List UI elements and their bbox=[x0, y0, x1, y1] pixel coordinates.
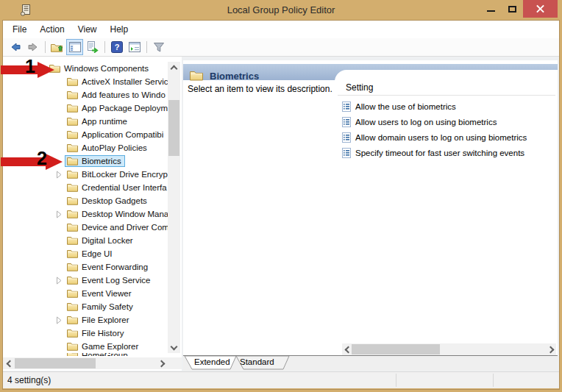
tree-horizontal-scrollbar[interactable] bbox=[3, 357, 168, 369]
tree-item-family-safety[interactable]: Family Safety bbox=[3, 300, 168, 313]
tree-item-activex-installer-servic[interactable]: ActiveX Installer Servic bbox=[3, 75, 168, 88]
tree-item-app-runtime[interactable]: App runtime bbox=[3, 115, 168, 128]
tree-item-add-features-to-windo[interactable]: Add features to Windo bbox=[3, 88, 168, 101]
tree-item-label: File History bbox=[82, 329, 124, 338]
expand-icon[interactable] bbox=[53, 171, 65, 179]
scroll-right-icon[interactable] bbox=[547, 343, 556, 355]
tree-vertical-scrollbar[interactable] bbox=[168, 62, 180, 353]
setting-item-label: Allow users to log on using biometrics bbox=[355, 118, 497, 126]
folder-icon bbox=[190, 71, 203, 81]
tree-item-digital-locker[interactable]: Digital Locker bbox=[3, 234, 168, 247]
tree-item-application-compatibi[interactable]: Application Compatibi bbox=[3, 128, 168, 141]
folder-icon bbox=[67, 117, 78, 126]
tree-item-label: AutoPlay Policies bbox=[82, 143, 147, 152]
tree-item-label: Application Compatibi bbox=[82, 130, 163, 139]
tree-item-desktop-window-mana[interactable]: Desktop Window Mana bbox=[3, 207, 168, 221]
tree-item-label: ActiveX Installer Servic bbox=[82, 77, 168, 86]
tree-item-app-package-deploym[interactable]: App Package Deploym bbox=[3, 101, 168, 115]
gpedit-window: Local Group Policy Editor FileActionView… bbox=[0, 0, 562, 392]
folder-icon bbox=[67, 223, 78, 232]
scrollbar-thumb[interactable] bbox=[15, 358, 96, 368]
folder-icon bbox=[67, 143, 78, 152]
export-list-icon[interactable] bbox=[84, 39, 101, 55]
scroll-down-icon[interactable] bbox=[168, 342, 180, 353]
tree-item-label: Event Log Service bbox=[82, 276, 150, 285]
tab-extended[interactable]: Extended bbox=[194, 357, 230, 366]
menu-item-view[interactable]: View bbox=[71, 22, 104, 37]
tree-item-label: Desktop Window Mana bbox=[82, 210, 168, 218]
scrollbar-thumb[interactable] bbox=[352, 344, 440, 354]
folder-icon bbox=[67, 353, 78, 356]
minimize-button[interactable] bbox=[481, 0, 502, 19]
description-text: Select an item to view its description. bbox=[188, 84, 332, 94]
help-icon[interactable]: ? bbox=[108, 39, 125, 55]
expand-icon[interactable] bbox=[53, 210, 65, 218]
expand-icon[interactable] bbox=[53, 277, 65, 285]
policy-setting-icon bbox=[342, 148, 351, 158]
scroll-left-icon[interactable] bbox=[3, 357, 14, 369]
scroll-left-icon[interactable] bbox=[342, 343, 352, 355]
menu-bar: FileActionViewHelp bbox=[3, 21, 559, 38]
toolbar: ? bbox=[3, 38, 559, 57]
tree-item-game-explorer[interactable]: Game Explorer bbox=[3, 340, 168, 353]
maximize-button[interactable] bbox=[502, 0, 522, 19]
tree-item-device-and-driver-com[interactable]: Device and Driver Com bbox=[3, 221, 168, 234]
tree-item-autoplay-policies[interactable]: AutoPlay Policies bbox=[3, 141, 168, 154]
folder-icon bbox=[67, 170, 78, 179]
settings-column-header[interactable]: Setting bbox=[346, 82, 373, 93]
settings-horizontal-scrollbar[interactable] bbox=[342, 343, 556, 355]
tree-item-homegroup[interactable]: HomeGroup bbox=[3, 353, 168, 356]
folder-icon bbox=[67, 263, 78, 271]
tree-item-edge-ui[interactable]: Edge UI bbox=[3, 247, 168, 260]
tree-item-label: App Package Deploym bbox=[82, 104, 168, 113]
tree-item-label: Event Viewer bbox=[82, 289, 132, 298]
tree-item-label: App runtime bbox=[82, 117, 127, 126]
filter-icon[interactable] bbox=[150, 39, 167, 55]
scrollbar-thumb[interactable] bbox=[168, 100, 179, 156]
scroll-up-icon[interactable] bbox=[168, 62, 180, 73]
setting-item[interactable]: Specify timeout for fast user switching … bbox=[342, 145, 555, 160]
tab-standard[interactable]: Standard bbox=[240, 357, 274, 366]
close-button[interactable] bbox=[523, 0, 558, 18]
settings-header-divider bbox=[338, 95, 555, 96]
folder-icon bbox=[67, 196, 78, 205]
status-bar-divider bbox=[396, 374, 396, 387]
expand-icon[interactable] bbox=[53, 316, 65, 324]
show-hide-action-pane-icon[interactable] bbox=[126, 39, 143, 55]
up-one-level-icon[interactable] bbox=[49, 39, 65, 55]
folder-icon bbox=[67, 329, 78, 338]
tree-list: Windows Components ActiveX Installer Ser… bbox=[3, 62, 168, 356]
menu-item-file[interactable]: File bbox=[6, 22, 33, 37]
tree-item-file-explorer[interactable]: File Explorer bbox=[3, 313, 168, 327]
policy-setting-icon bbox=[342, 117, 351, 127]
tree-item-bitlocker-drive-encryp[interactable]: BitLocker Drive Encryp bbox=[3, 168, 168, 181]
console-tree-pane: Windows Components ActiveX Installer Ser… bbox=[3, 57, 182, 371]
show-hide-console-tree-icon[interactable] bbox=[66, 39, 83, 55]
tree-item-event-forwarding[interactable]: Event Forwarding bbox=[3, 260, 168, 274]
annotation-number-1: 1 bbox=[25, 57, 35, 76]
tree-item-event-viewer[interactable]: Event Viewer bbox=[3, 287, 168, 300]
tree-item-label: Game Explorer bbox=[82, 342, 138, 351]
scroll-right-icon[interactable] bbox=[157, 357, 168, 369]
setting-item[interactable]: Allow domain users to log on using biome… bbox=[342, 129, 555, 145]
forward-icon[interactable] bbox=[24, 39, 41, 55]
setting-item-label: Allow domain users to log on using biome… bbox=[355, 133, 527, 142]
tree-item-desktop-gadgets[interactable]: Desktop Gadgets bbox=[3, 194, 168, 207]
tree-item-label: Device and Driver Com bbox=[82, 223, 168, 232]
tree-item-label: BitLocker Drive Encryp bbox=[82, 170, 168, 179]
back-icon[interactable] bbox=[7, 39, 24, 55]
details-header-title: Biometrics bbox=[210, 71, 259, 82]
menu-item-help[interactable]: Help bbox=[104, 22, 135, 37]
folder-icon bbox=[67, 289, 78, 298]
setting-item-label: Specify timeout for fast user switching … bbox=[355, 149, 524, 157]
tree-item-event-log-service[interactable]: Event Log Service bbox=[3, 274, 168, 287]
status-bar: 4 setting(s) bbox=[3, 371, 559, 388]
menu-item-action[interactable]: Action bbox=[33, 22, 71, 37]
tree-item-file-history[interactable]: File History bbox=[3, 327, 168, 340]
setting-item[interactable]: Allow the use of biometrics bbox=[342, 99, 555, 114]
setting-item-label: Allow the use of biometrics bbox=[355, 102, 456, 111]
setting-item[interactable]: Allow users to log on using biometrics bbox=[342, 114, 555, 129]
folder-icon bbox=[67, 157, 78, 165]
tree-item-credential-user-interfa[interactable]: Credential User Interfa bbox=[3, 181, 168, 194]
tree-item-label: Windows Components bbox=[64, 64, 149, 73]
